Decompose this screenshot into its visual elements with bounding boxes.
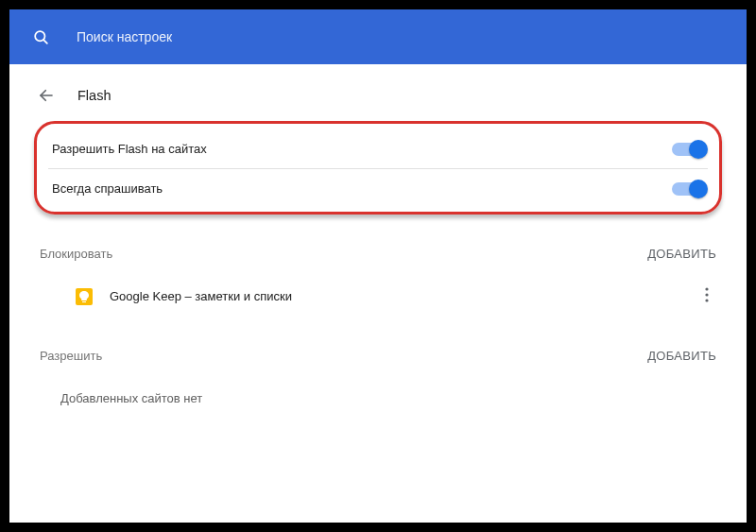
blocked-site-name: Google Keep – заметки и списки [110, 289, 697, 303]
allow-add-button[interactable]: ДОБАВИТЬ [647, 349, 716, 363]
block-section-header: Блокировать ДОБАВИТЬ [34, 237, 722, 274]
toggle-knob [689, 140, 708, 159]
toggle-knob [689, 180, 708, 198]
always-ask-row: Всегда спрашивать [48, 168, 708, 208]
blocked-site-row: Google Keep – заметки и списки [34, 274, 722, 318]
search-bar[interactable]: Поиск настроек [9, 9, 747, 64]
block-section-label: Блокировать [40, 247, 112, 261]
svg-point-3 [705, 287, 708, 290]
page-title: Flash [77, 88, 111, 103]
allow-flash-toggle[interactable] [672, 143, 704, 156]
svg-line-1 [43, 40, 47, 43]
svg-point-5 [705, 299, 708, 301]
search-placeholder: Поиск настроек [77, 29, 172, 44]
allow-section-label: Разрешить [40, 349, 102, 363]
keep-icon [76, 288, 93, 305]
allow-empty-message: Добавленных сайтов нет [34, 376, 722, 415]
title-row: Flash [34, 85, 722, 121]
kebab-icon [705, 287, 709, 302]
always-ask-toggle[interactable] [672, 182, 704, 196]
site-menu-button[interactable] [697, 283, 716, 309]
always-ask-label: Всегда спрашивать [52, 181, 163, 196]
search-icon [32, 28, 50, 46]
allow-flash-label: Разрешить Flash на сайтах [52, 142, 207, 156]
allow-section-header: Разрешить ДОБАВИТЬ [34, 339, 722, 376]
back-arrow-icon[interactable] [38, 87, 55, 104]
settings-page: Поиск настроек Flash Разрешить Flash на … [9, 9, 747, 523]
content: Flash Разрешить Flash на сайтах Всегда с… [9, 64, 747, 415]
flash-toggles-box: Разрешить Flash на сайтах Всегда спрашив… [34, 121, 722, 215]
allow-flash-row: Разрешить Flash на сайтах [48, 129, 708, 168]
block-add-button[interactable]: ДОБАВИТЬ [647, 247, 716, 261]
svg-point-4 [705, 293, 708, 296]
